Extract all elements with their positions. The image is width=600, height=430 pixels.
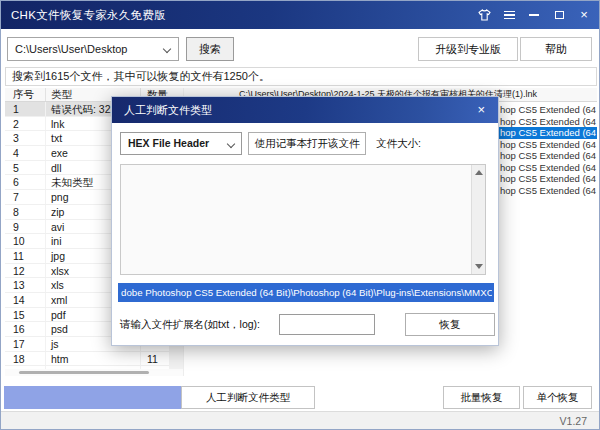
table-cell-num: 3 <box>5 131 46 145</box>
single-recover-button[interactable]: 单个恢复 <box>523 386 592 409</box>
toolbar: C:\Users\User\Desktop 搜索 升级到专业版 帮助 <box>1 29 599 67</box>
filesize-label: 文件大小: <box>376 132 421 155</box>
minimize-button[interactable] <box>527 8 541 22</box>
app-window: CHK文件恢复专家永久免费版 × C:\Users\User\Desktop 搜… <box>0 0 600 430</box>
table-cell-num: 11 <box>5 249 46 263</box>
search-button[interactable]: 搜索 <box>186 37 234 61</box>
table-cell-num: 16 <box>5 322 46 336</box>
scroll-down-icon[interactable] <box>475 264 483 269</box>
extension-input[interactable] <box>279 314 375 335</box>
table-cell-num: 7 <box>5 190 46 204</box>
table-cell-num: 4 <box>5 146 46 160</box>
chevron-down-icon <box>163 45 171 53</box>
table-cell-num: 15 <box>5 308 46 322</box>
scrollbar-thumb[interactable] <box>19 371 149 374</box>
bottom-bar: 人工判断文件类型 批量恢复 单个恢复 <box>1 376 599 411</box>
table-cell-num: 17 <box>5 337 46 351</box>
menu-icon[interactable] <box>502 8 516 22</box>
file-path-fragment: hop CS5 Extended (64 B <box>500 173 597 185</box>
table-cell-num: 12 <box>5 264 46 278</box>
file-path-input[interactable]: dobe Photoshop CS5 Extended (64 Bit)\Pho… <box>118 283 494 302</box>
chevron-down-icon <box>227 140 235 148</box>
close-button[interactable]: × <box>577 8 591 22</box>
recover-button[interactable]: 恢复 <box>405 313 495 336</box>
table-cell-num: 5 <box>5 161 46 175</box>
table-cell-num: 6 <box>5 175 46 189</box>
selected-path-text: dobe Photoshop CS5 Extended (64 Bit)\Pho… <box>120 285 492 300</box>
hex-preview-area[interactable] <box>120 164 486 275</box>
file-path-fragment: hop CS5 Extended (64 B <box>500 139 597 151</box>
window-title: CHK文件恢复专家永久免费版 <box>1 8 166 23</box>
path-combobox[interactable]: C:\Users\User\Desktop <box>7 37 179 61</box>
progress-bar <box>4 386 181 409</box>
table-cell-num: 8 <box>5 205 46 219</box>
file-path-fragment: hop CS5 Extended (64 B <box>500 104 597 116</box>
horizontal-scrollbar[interactable] <box>5 369 183 376</box>
file-path-fragment: hop CS5 Extended (64 B <box>500 185 597 197</box>
help-button[interactable]: 帮助 <box>520 37 592 61</box>
batch-recover-button[interactable]: 批量恢复 <box>443 386 520 409</box>
table-cell-num: 18 <box>5 352 46 366</box>
file-path-fragment: hop CS5 Extended (64 B <box>500 116 597 128</box>
file-path-fragment: hop CS5 Extended (64 B <box>500 162 597 174</box>
dialog-close-icon[interactable]: × <box>474 97 488 123</box>
header-num[interactable]: 序号 <box>5 88 46 101</box>
dialog-title: 人工判断文件类型 <box>124 104 212 116</box>
titlebar: CHK文件恢复专家永久免费版 × <box>1 1 599 29</box>
manual-type-button[interactable]: 人工判断文件类型 <box>181 386 315 409</box>
maximize-button[interactable] <box>552 8 566 22</box>
path-combobox-value: C:\Users\User\Desktop <box>15 43 127 55</box>
table-cell-num: 14 <box>5 293 46 307</box>
table-cell-num: 13 <box>5 278 46 292</box>
hex-header-combobox-value: HEX File Header <box>128 137 209 149</box>
statusbar: V1.27 <box>1 411 599 430</box>
table-cell-qty: 11 <box>141 352 170 366</box>
titlebar-icons: × <box>477 1 591 29</box>
table-cell-num: 10 <box>5 234 46 248</box>
scroll-up-icon[interactable] <box>475 170 483 175</box>
file-path-fragment: hop CS5 Extended (64 B <box>500 150 597 162</box>
dialog-titlebar: 人工判断文件类型 × <box>112 97 498 123</box>
table-cell-num: 1 <box>5 102 46 116</box>
table-row[interactable]: 18htm11 <box>5 352 170 367</box>
search-result-message: 搜索到1615个文件，其中可以恢复的文件有1250个。 <box>5 67 597 86</box>
upgrade-button[interactable]: 升级到专业版 <box>418 37 518 61</box>
table-cell-num: 2 <box>5 117 46 131</box>
file-path-fragment: hop CS5 Extended (64 B <box>500 127 597 139</box>
table-cell-num: 9 <box>5 220 46 234</box>
open-with-notepad-button[interactable]: 使用记事本打开该文件 <box>248 132 366 155</box>
version-label: V1.27 <box>560 412 587 430</box>
table-cell-type: htm <box>46 352 141 366</box>
textarea-scrollbar[interactable] <box>471 165 485 274</box>
skin-icon[interactable] <box>477 8 491 22</box>
manual-type-dialog: 人工判断文件类型 × HEX File Header 使用记事本打开该文件 文件… <box>111 96 499 346</box>
extension-label: 请输入文件扩展名(如txt，log): <box>120 313 260 336</box>
hex-header-combobox[interactable]: HEX File Header <box>120 132 242 155</box>
